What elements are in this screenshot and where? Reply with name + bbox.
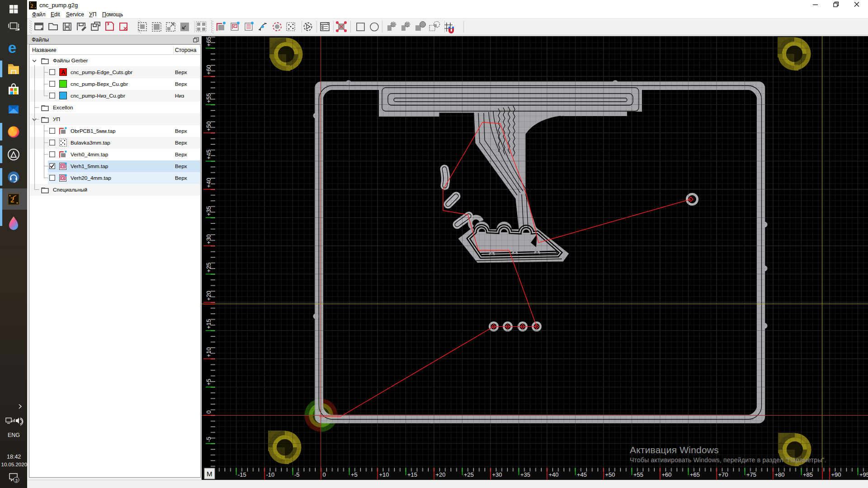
svg-text:+15: +15 [205, 319, 212, 329]
svg-text:+55: +55 [205, 93, 212, 103]
svg-text:+95: +95 [859, 471, 868, 478]
svg-text:+30: +30 [492, 471, 502, 478]
svg-text:+25: +25 [205, 263, 212, 272]
svg-text:2: 2 [30, 2, 33, 9]
svg-text:+30: +30 [205, 234, 212, 244]
svg-text:+50: +50 [605, 471, 615, 478]
svg-text:18:42: 18:42 [7, 454, 21, 460]
svg-text:+5: +5 [351, 471, 358, 478]
svg-text:+40: +40 [549, 471, 559, 478]
svg-text:M: M [207, 470, 212, 478]
svg-text:+45: +45 [577, 471, 587, 478]
svg-text:+60: +60 [205, 65, 212, 75]
svg-text:+45: +45 [205, 150, 212, 160]
svg-text:Чтобы активировать Windows, пе: Чтобы активировать Windows, перейдите в … [630, 456, 826, 464]
svg-text:+20: +20 [436, 471, 446, 478]
svg-text:-5: -5 [294, 471, 300, 478]
svg-text:Активация Windows: Активация Windows [630, 445, 719, 455]
svg-text:+35: +35 [520, 471, 530, 478]
svg-text:0: 0 [323, 471, 326, 478]
svg-text:-15: -15 [238, 471, 246, 478]
svg-text:+70: +70 [718, 471, 728, 478]
svg-text:+25: +25 [464, 471, 474, 478]
svg-text:+60: +60 [662, 471, 672, 478]
svg-text:+35: +35 [205, 206, 212, 216]
svg-text:+10: +10 [205, 347, 212, 357]
svg-text:+5: +5 [205, 379, 212, 385]
svg-text:e: e [8, 39, 16, 56]
svg-text:0: 0 [205, 410, 212, 413]
svg-text:+90: +90 [831, 471, 841, 478]
svg-text:+80: +80 [775, 471, 785, 478]
svg-text:A: A [61, 69, 66, 75]
svg-text:ENG: ENG [8, 432, 20, 438]
svg-text:+85: +85 [803, 471, 813, 478]
svg-text:+55: +55 [633, 471, 643, 478]
svg-text:+65: +65 [690, 471, 700, 478]
svg-text:+20: +20 [205, 291, 212, 300]
svg-text:+75: +75 [746, 471, 756, 478]
svg-text:+40: +40 [205, 178, 212, 188]
svg-text:+15: +15 [407, 471, 417, 478]
svg-text:+10: +10 [379, 471, 389, 478]
svg-text:-10: -10 [266, 471, 275, 478]
svg-text:10.05.2020: 10.05.2020 [1, 462, 28, 467]
svg-text:+65: +65 [205, 37, 212, 47]
svg-text:-5: -5 [205, 436, 212, 442]
svg-text:3: 3 [15, 478, 18, 483]
svg-text:+50: +50 [205, 121, 212, 131]
